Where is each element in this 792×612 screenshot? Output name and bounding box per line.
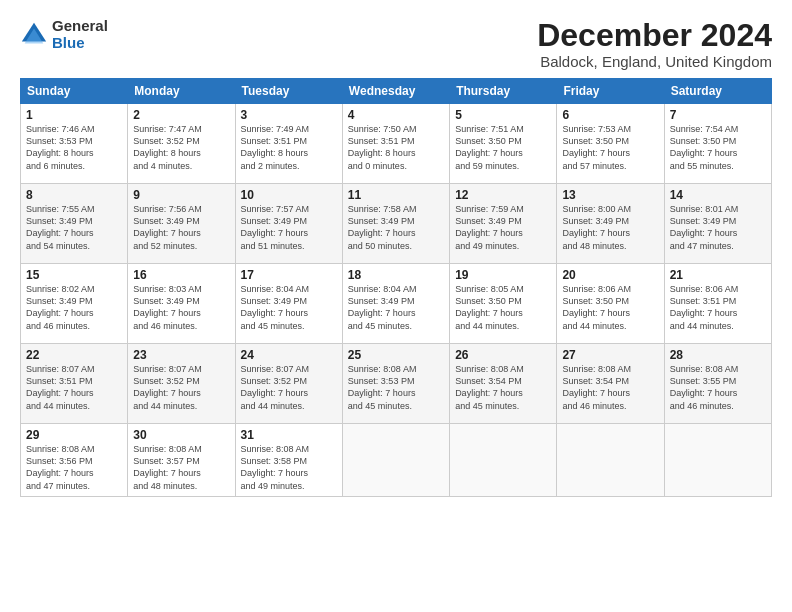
day-number: 19: [455, 268, 551, 282]
day-number: 12: [455, 188, 551, 202]
day-number: 6: [562, 108, 658, 122]
day-info: Sunrise: 8:08 AM Sunset: 3:54 PM Dayligh…: [562, 363, 658, 412]
day-number: 8: [26, 188, 122, 202]
day-info: Sunrise: 8:08 AM Sunset: 3:58 PM Dayligh…: [241, 443, 337, 492]
day-number: 9: [133, 188, 229, 202]
day-number: 14: [670, 188, 766, 202]
table-row: 16Sunrise: 8:03 AM Sunset: 3:49 PM Dayli…: [128, 264, 235, 344]
day-info: Sunrise: 8:04 AM Sunset: 3:49 PM Dayligh…: [241, 283, 337, 332]
header: General Blue December 2024 Baldock, Engl…: [20, 18, 772, 70]
table-row: [342, 424, 449, 497]
day-info: Sunrise: 8:03 AM Sunset: 3:49 PM Dayligh…: [133, 283, 229, 332]
day-number: 11: [348, 188, 444, 202]
table-row: 30Sunrise: 8:08 AM Sunset: 3:57 PM Dayli…: [128, 424, 235, 497]
day-info: Sunrise: 7:51 AM Sunset: 3:50 PM Dayligh…: [455, 123, 551, 172]
day-info: Sunrise: 8:08 AM Sunset: 3:55 PM Dayligh…: [670, 363, 766, 412]
table-row: 23Sunrise: 8:07 AM Sunset: 3:52 PM Dayli…: [128, 344, 235, 424]
subtitle: Baldock, England, United Kingdom: [537, 53, 772, 70]
day-info: Sunrise: 8:02 AM Sunset: 3:49 PM Dayligh…: [26, 283, 122, 332]
day-number: 21: [670, 268, 766, 282]
day-info: Sunrise: 8:08 AM Sunset: 3:57 PM Dayligh…: [133, 443, 229, 492]
day-number: 7: [670, 108, 766, 122]
table-row: 27Sunrise: 8:08 AM Sunset: 3:54 PM Dayli…: [557, 344, 664, 424]
day-number: 13: [562, 188, 658, 202]
day-info: Sunrise: 7:53 AM Sunset: 3:50 PM Dayligh…: [562, 123, 658, 172]
day-number: 5: [455, 108, 551, 122]
day-number: 18: [348, 268, 444, 282]
main-title: December 2024: [537, 18, 772, 53]
day-number: 31: [241, 428, 337, 442]
table-row: 1Sunrise: 7:46 AM Sunset: 3:53 PM Daylig…: [21, 104, 128, 184]
day-number: 20: [562, 268, 658, 282]
day-info: Sunrise: 7:46 AM Sunset: 3:53 PM Dayligh…: [26, 123, 122, 172]
day-info: Sunrise: 7:59 AM Sunset: 3:49 PM Dayligh…: [455, 203, 551, 252]
day-info: Sunrise: 7:55 AM Sunset: 3:49 PM Dayligh…: [26, 203, 122, 252]
table-row: 18Sunrise: 8:04 AM Sunset: 3:49 PM Dayli…: [342, 264, 449, 344]
day-info: Sunrise: 8:06 AM Sunset: 3:50 PM Dayligh…: [562, 283, 658, 332]
day-number: 22: [26, 348, 122, 362]
day-info: Sunrise: 8:01 AM Sunset: 3:49 PM Dayligh…: [670, 203, 766, 252]
col-friday: Friday: [557, 79, 664, 104]
table-row: 22Sunrise: 8:07 AM Sunset: 3:51 PM Dayli…: [21, 344, 128, 424]
table-row: 6Sunrise: 7:53 AM Sunset: 3:50 PM Daylig…: [557, 104, 664, 184]
calendar-table: Sunday Monday Tuesday Wednesday Thursday…: [20, 78, 772, 497]
col-saturday: Saturday: [664, 79, 771, 104]
day-number: 15: [26, 268, 122, 282]
table-row: 2Sunrise: 7:47 AM Sunset: 3:52 PM Daylig…: [128, 104, 235, 184]
day-number: 23: [133, 348, 229, 362]
table-row: 8Sunrise: 7:55 AM Sunset: 3:49 PM Daylig…: [21, 184, 128, 264]
day-info: Sunrise: 8:07 AM Sunset: 3:51 PM Dayligh…: [26, 363, 122, 412]
col-thursday: Thursday: [450, 79, 557, 104]
day-number: 10: [241, 188, 337, 202]
day-number: 3: [241, 108, 337, 122]
day-info: Sunrise: 8:08 AM Sunset: 3:56 PM Dayligh…: [26, 443, 122, 492]
table-row: [450, 424, 557, 497]
table-row: 20Sunrise: 8:06 AM Sunset: 3:50 PM Dayli…: [557, 264, 664, 344]
table-row: 7Sunrise: 7:54 AM Sunset: 3:50 PM Daylig…: [664, 104, 771, 184]
day-number: 2: [133, 108, 229, 122]
col-monday: Monday: [128, 79, 235, 104]
table-row: 4Sunrise: 7:50 AM Sunset: 3:51 PM Daylig…: [342, 104, 449, 184]
day-info: Sunrise: 7:54 AM Sunset: 3:50 PM Dayligh…: [670, 123, 766, 172]
header-row: Sunday Monday Tuesday Wednesday Thursday…: [21, 79, 772, 104]
day-number: 29: [26, 428, 122, 442]
day-info: Sunrise: 7:58 AM Sunset: 3:49 PM Dayligh…: [348, 203, 444, 252]
table-row: 31Sunrise: 8:08 AM Sunset: 3:58 PM Dayli…: [235, 424, 342, 497]
day-info: Sunrise: 7:49 AM Sunset: 3:51 PM Dayligh…: [241, 123, 337, 172]
day-number: 24: [241, 348, 337, 362]
table-row: 26Sunrise: 8:08 AM Sunset: 3:54 PM Dayli…: [450, 344, 557, 424]
day-info: Sunrise: 8:07 AM Sunset: 3:52 PM Dayligh…: [133, 363, 229, 412]
table-row: 3Sunrise: 7:49 AM Sunset: 3:51 PM Daylig…: [235, 104, 342, 184]
table-row: 25Sunrise: 8:08 AM Sunset: 3:53 PM Dayli…: [342, 344, 449, 424]
table-row: 9Sunrise: 7:56 AM Sunset: 3:49 PM Daylig…: [128, 184, 235, 264]
day-number: 28: [670, 348, 766, 362]
day-number: 25: [348, 348, 444, 362]
logo-general-text: General: [52, 18, 108, 35]
day-number: 30: [133, 428, 229, 442]
day-info: Sunrise: 8:05 AM Sunset: 3:50 PM Dayligh…: [455, 283, 551, 332]
table-row: [664, 424, 771, 497]
table-row: [557, 424, 664, 497]
day-info: Sunrise: 8:07 AM Sunset: 3:52 PM Dayligh…: [241, 363, 337, 412]
table-row: 24Sunrise: 8:07 AM Sunset: 3:52 PM Dayli…: [235, 344, 342, 424]
day-number: 26: [455, 348, 551, 362]
page: General Blue December 2024 Baldock, Engl…: [0, 0, 792, 612]
table-row: 11Sunrise: 7:58 AM Sunset: 3:49 PM Dayli…: [342, 184, 449, 264]
logo-blue-text: Blue: [52, 35, 108, 52]
title-block: December 2024 Baldock, England, United K…: [537, 18, 772, 70]
table-row: 17Sunrise: 8:04 AM Sunset: 3:49 PM Dayli…: [235, 264, 342, 344]
logo-icon: [20, 21, 48, 49]
day-number: 27: [562, 348, 658, 362]
col-sunday: Sunday: [21, 79, 128, 104]
table-row: 15Sunrise: 8:02 AM Sunset: 3:49 PM Dayli…: [21, 264, 128, 344]
table-row: 28Sunrise: 8:08 AM Sunset: 3:55 PM Dayli…: [664, 344, 771, 424]
day-info: Sunrise: 7:56 AM Sunset: 3:49 PM Dayligh…: [133, 203, 229, 252]
table-row: 10Sunrise: 7:57 AM Sunset: 3:49 PM Dayli…: [235, 184, 342, 264]
day-number: 1: [26, 108, 122, 122]
day-number: 17: [241, 268, 337, 282]
day-info: Sunrise: 8:08 AM Sunset: 3:54 PM Dayligh…: [455, 363, 551, 412]
day-info: Sunrise: 7:50 AM Sunset: 3:51 PM Dayligh…: [348, 123, 444, 172]
table-row: 29Sunrise: 8:08 AM Sunset: 3:56 PM Dayli…: [21, 424, 128, 497]
table-row: 14Sunrise: 8:01 AM Sunset: 3:49 PM Dayli…: [664, 184, 771, 264]
day-info: Sunrise: 7:57 AM Sunset: 3:49 PM Dayligh…: [241, 203, 337, 252]
